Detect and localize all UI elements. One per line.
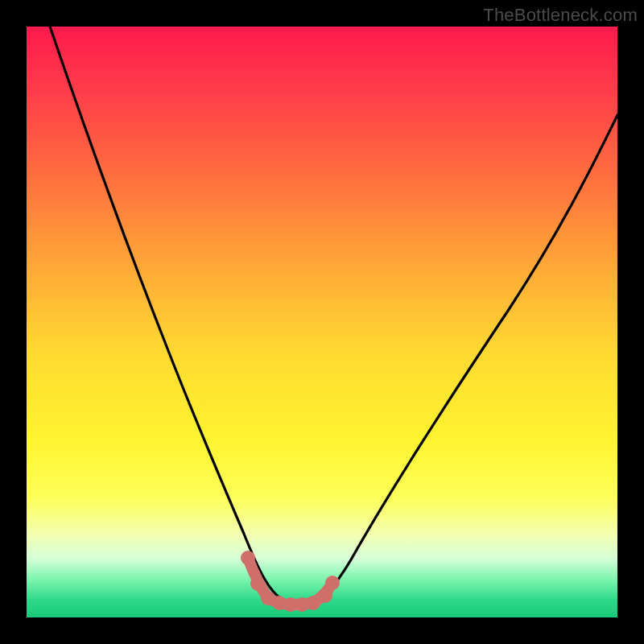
plot-area — [27, 27, 617, 617]
chart-svg — [27, 27, 617, 617]
watermark-text: TheBottleneck.com — [483, 5, 638, 26]
bottleneck-curve — [50, 27, 617, 605]
chart-frame: TheBottleneck.com — [0, 0, 644, 644]
curve-group — [50, 27, 617, 605]
